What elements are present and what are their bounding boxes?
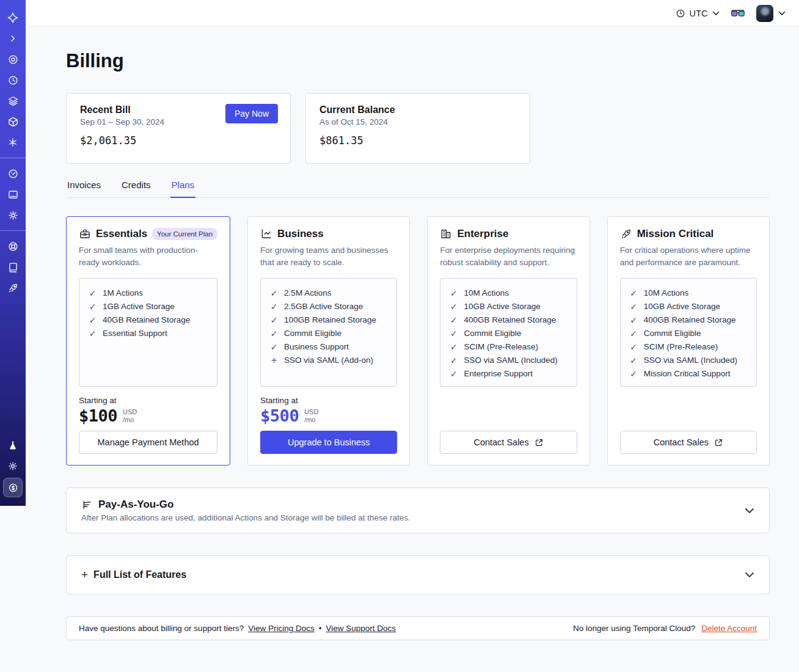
feature-item: ✓ 1M Actions: [89, 287, 208, 300]
full-features-title: Full List of Features: [93, 569, 186, 580]
settings-gear-icon[interactable]: [0, 205, 26, 225]
namespaces-icon[interactable]: [0, 49, 26, 70]
contact-sales-button[interactable]: Contact Sales: [440, 431, 577, 454]
chevron-down-icon: [778, 11, 786, 16]
starting-at-label: Starting at: [260, 396, 397, 405]
collapse-chevron-icon[interactable]: [0, 28, 26, 49]
check-icon: ✓: [89, 300, 97, 313]
full-features-panel[interactable]: + Full List of Features: [66, 555, 770, 594]
chevron-down-icon[interactable]: [745, 508, 754, 514]
feature-list: ✓ 10M Actions ✓ 10GB Active Storage ✓ 40…: [450, 287, 567, 381]
top-bar: UTC: [26, 0, 799, 27]
feature-item: ✓ 1GB Active Storage: [89, 300, 208, 313]
feature-item: ✓ 2.5GB Active Storage: [270, 300, 387, 313]
sidebar: [0, 0, 26, 506]
check-icon: ✓: [450, 313, 458, 327]
feature-label: 400GB Retained Storage: [464, 313, 556, 327]
timezone-selector[interactable]: UTC: [676, 9, 720, 18]
check-icon: ✓: [450, 340, 458, 354]
check-icon: ✓: [270, 287, 278, 300]
support-lifebuoy-icon[interactable]: [0, 236, 26, 257]
feature-list: ✓ 1M Actions ✓ 1GB Active Storage ✓ 40GB…: [89, 287, 208, 340]
upgrade-to-business-button[interactable]: Upgrade to Business: [260, 431, 397, 454]
feature-label: Enterprise Support: [464, 367, 533, 381]
browser-window-icon[interactable]: [0, 184, 26, 205]
feature-item: ✓ SSO via SAML (Included): [450, 354, 567, 367]
check-icon: ✓: [270, 300, 278, 313]
check-icon: ✓: [450, 367, 458, 381]
currency-label: USD: [123, 408, 137, 416]
feature-label: 1M Actions: [103, 287, 143, 300]
price-block: Starting at $100 USD/mo: [79, 396, 217, 431]
view-support-docs-link[interactable]: View Support Docs: [326, 624, 396, 633]
feature-label: SCIM (Pre-Release): [644, 340, 718, 354]
usage-gauge-icon[interactable]: [0, 163, 26, 184]
feature-label: SSO via SAML (Included): [464, 354, 557, 367]
feature-label: Commit Eligible: [644, 327, 701, 340]
feature-label: Essential Support: [103, 327, 167, 340]
recent-bill-amount: $2,061.35: [80, 134, 277, 147]
chevron-down-icon[interactable]: [745, 572, 754, 578]
rocket-icon[interactable]: [0, 277, 26, 298]
check-icon: ✓: [630, 287, 638, 300]
check-icon: ✓: [450, 287, 458, 300]
manage-payment-method-button[interactable]: Manage Payment Method: [79, 431, 217, 454]
cube-icon[interactable]: [0, 111, 26, 132]
theme-sun-icon[interactable]: [0, 456, 26, 477]
feature-box: ✓ 1M Actions ✓ 1GB Active Storage ✓ 40GB…: [79, 278, 217, 387]
feature-list: ✓ 2.5M Actions ✓ 2.5GB Active Storage ✓ …: [270, 287, 387, 367]
footer-bar: Have questions about billing or support …: [66, 616, 770, 640]
feature-item: ✓ SCIM (Pre-Release): [450, 340, 567, 354]
feature-item: + SSO via SAML (Add-on): [270, 354, 387, 367]
contact-sales-button[interactable]: Contact Sales: [620, 431, 757, 454]
user-menu[interactable]: [756, 5, 786, 22]
tab-credits[interactable]: Credits: [120, 180, 152, 198]
tab-invoices[interactable]: Invoices: [66, 180, 102, 198]
feature-item: ✓ Essential Support: [89, 327, 208, 340]
labs-flask-icon[interactable]: [0, 435, 26, 456]
feature-label: SCIM (Pre-Release): [464, 340, 538, 354]
feature-item: ✓ Business Support: [270, 340, 387, 354]
feature-label: 400GB Retained Storage: [644, 313, 736, 327]
feature-item: ✓ 10GB Active Storage: [450, 300, 567, 313]
billing-coin-icon[interactable]: [3, 478, 23, 497]
feature-label: Business Support: [284, 340, 349, 354]
check-icon: ✓: [630, 340, 638, 354]
feature-item: ✓ SCIM (Pre-Release): [630, 340, 747, 354]
feature-item: ✓ 10GB Active Storage: [630, 300, 747, 313]
schedules-clock-icon[interactable]: [0, 70, 26, 90]
external-link-icon: [714, 438, 723, 447]
rocket-icon: [620, 228, 632, 240]
check-icon: ✓: [450, 327, 458, 340]
clock-icon: [676, 9, 685, 18]
3d-glasses-icon[interactable]: [731, 9, 745, 18]
check-icon: ✓: [270, 313, 278, 327]
check-icon: ✓: [630, 313, 638, 327]
tab-plans[interactable]: Plans: [170, 180, 196, 198]
period-label: /mo: [304, 416, 318, 424]
asterisk-icon[interactable]: [0, 132, 26, 153]
plan-description: For small teams with production-ready wo…: [79, 244, 217, 269]
plans-grid: Essentials Your Current Plan For small t…: [66, 216, 770, 466]
pay-now-button[interactable]: Pay Now: [225, 104, 278, 123]
feature-item: ✓ 100GB Retained Storage: [270, 313, 387, 327]
current-balance-amount: $861.35: [319, 134, 516, 147]
feature-label: 2.5GB Active Storage: [284, 300, 363, 313]
avatar: [756, 5, 773, 22]
docs-book-icon[interactable]: [0, 257, 26, 277]
check-icon: ✓: [89, 313, 97, 327]
layers-icon[interactable]: [0, 90, 26, 111]
temporal-logo-icon[interactable]: [0, 7, 26, 28]
check-icon: ✓: [89, 327, 97, 340]
check-icon: ✓: [630, 300, 638, 313]
pay-as-you-go-panel[interactable]: Pay-As-You-Go After Plan allocations are…: [66, 488, 770, 533]
plan-card-mission-critical: Mission Critical For critical operations…: [607, 216, 770, 466]
feature-item: ✓ 10M Actions: [630, 287, 747, 300]
plan-name: Enterprise: [457, 228, 508, 240]
delete-account-link[interactable]: Delete Account: [701, 624, 757, 633]
rates-chart-icon: [81, 499, 93, 511]
view-pricing-docs-link[interactable]: View Pricing Docs: [248, 624, 315, 633]
feature-item: ✓ 10M Actions: [450, 287, 567, 300]
feature-item: ✓ 40GB Retained Storage: [89, 313, 208, 327]
feature-item: ✓ Enterprise Support: [450, 367, 567, 381]
